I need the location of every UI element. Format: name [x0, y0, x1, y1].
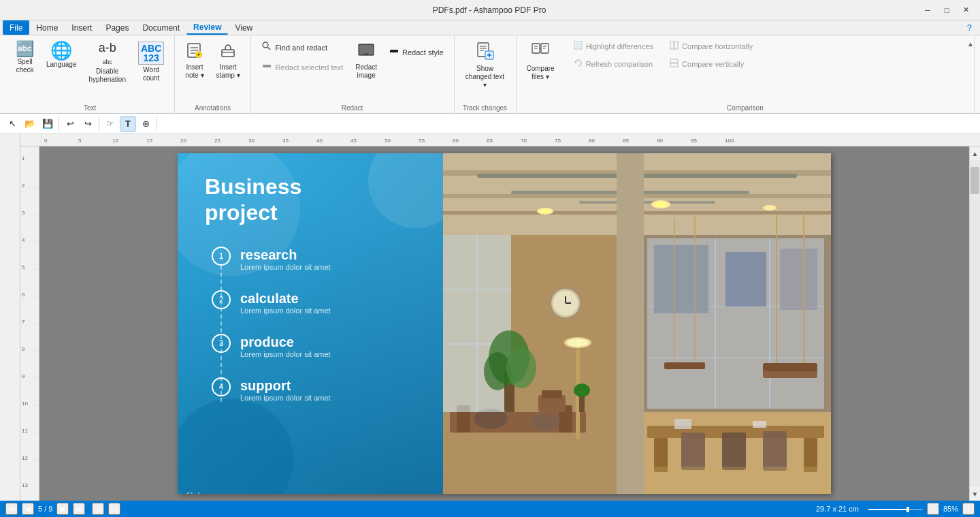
toolbar-separator-1: [59, 117, 59, 131]
menu-insert[interactable]: Insert: [65, 20, 99, 35]
menu-document[interactable]: Document: [135, 20, 186, 35]
step-3-circle: 3: [212, 334, 231, 353]
redact-selected-button[interactable]: Redact selected text: [257, 58, 348, 76]
svg-text:10: 10: [112, 138, 118, 144]
svg-rect-151: [763, 431, 787, 471]
svg-text:55: 55: [419, 138, 425, 144]
svg-rect-10: [263, 65, 271, 67]
doc-scroll-wrapper: 1 2 3 4 5 6 7 8 9 10 11 12 13 14: [20, 146, 980, 501]
text-tool-button[interactable]: T: [120, 116, 136, 132]
redact-selected-icon: [261, 61, 272, 74]
svg-point-124: [567, 339, 589, 347]
blue-panel: Business project 1 research Lorem ipsum …: [178, 153, 443, 494]
find-and-redact-button[interactable]: Find and redact: [257, 38, 348, 57]
svg-text:6: 6: [22, 292, 25, 298]
canvas-area[interactable]: Business project 1 research Lorem ipsum …: [39, 146, 969, 501]
language-label: Language: [46, 61, 77, 69]
save-file-button[interactable]: 💾: [39, 116, 56, 132]
scroll-thumb[interactable]: [970, 167, 979, 194]
svg-text:95: 95: [691, 138, 697, 144]
svg-rect-30: [576, 43, 581, 48]
close-button[interactable]: ✕: [957, 3, 975, 17]
open-file-button[interactable]: 📂: [22, 116, 38, 132]
language-icon: 🌐: [50, 42, 72, 59]
main-area: // ruler ticks rendered below 0 5 10 15 …: [0, 134, 980, 501]
menu-file[interactable]: File: [3, 20, 29, 35]
redact-selected-label: Redact selected text: [276, 63, 344, 72]
insert-note-button[interactable]: + Insertnote ▾: [180, 38, 208, 83]
more-tools-button[interactable]: ⊕: [137, 116, 154, 132]
svg-text:90: 90: [657, 138, 663, 144]
svg-rect-137: [780, 249, 817, 310]
svg-rect-153: [753, 421, 766, 428]
nav-next-button[interactable]: ▶: [56, 503, 69, 515]
svg-text:13: 13: [22, 482, 28, 488]
help-button[interactable]: ?: [962, 22, 977, 33]
nav-prev-button[interactable]: ◀: [22, 503, 34, 515]
compare-h-label: Compare horizontally: [682, 42, 753, 50]
ribbon-redact-label: Redact: [257, 103, 448, 112]
svg-text:2: 2: [22, 183, 25, 189]
compare-files-button[interactable]: Comparefiles ▾: [522, 38, 559, 84]
menu-view[interactable]: View: [228, 20, 259, 35]
svg-text:+: +: [197, 52, 200, 58]
word-count-button[interactable]: ABC123 Wordcount: [133, 38, 169, 86]
svg-rect-14: [390, 50, 398, 52]
ribbon-group-track-changes: Showchanged text ▾ Track changes: [455, 35, 517, 113]
svg-text:60: 60: [453, 138, 459, 144]
show-changed-text-button[interactable]: Showchanged text ▾: [460, 38, 510, 93]
svg-rect-152: [674, 419, 691, 429]
ribbon-group-text: 🔤 Spellcheck 🌐 Language a-babc Disablehy…: [5, 35, 175, 113]
svg-rect-144: [664, 362, 705, 369]
redo-button[interactable]: ↪: [80, 116, 96, 132]
minimize-button[interactable]: ─: [919, 3, 936, 17]
menu-bar: File Home Insert Pages Document Review V…: [0, 20, 980, 35]
insert-stamp-button[interactable]: Insertstamp ▾: [212, 38, 245, 83]
compare-horizontally-button[interactable]: Compare horizontally: [665, 38, 757, 54]
nav-next-section-button[interactable]: ▷: [108, 503, 120, 515]
redact-image-button[interactable]: Redactimage: [350, 38, 382, 83]
select-tool-button[interactable]: ↖: [4, 116, 20, 132]
scroll-up-button[interactable]: ▲: [970, 148, 980, 159]
scroll-track[interactable]: [970, 160, 980, 487]
toolbar-separator-3: [157, 117, 157, 131]
disable-hyphenation-button[interactable]: a-babc Disablehyphenation: [84, 38, 131, 87]
zoom-in-button[interactable]: +: [962, 503, 975, 515]
step-4-desc: Lorem ipsum dolor sit amet: [240, 394, 331, 402]
nav-first-button[interactable]: ⏮: [5, 503, 18, 515]
ribbon-collapse-button[interactable]: ▲: [965, 38, 976, 49]
step-4-title: support: [240, 377, 331, 394]
maximize-button[interactable]: □: [938, 3, 956, 17]
step-1-title: research: [240, 247, 331, 263]
scroll-down-button[interactable]: ▼: [970, 488, 980, 499]
svg-text:10: 10: [22, 401, 28, 407]
svg-text:5: 5: [22, 264, 25, 270]
ribbon-track-items: Showchanged text ▾: [460, 38, 510, 103]
zoom-out-button[interactable]: −: [927, 503, 939, 515]
page-info: 5 / 9: [38, 505, 52, 513]
highlight-differences-button[interactable]: Highlight differences: [569, 38, 658, 54]
nav-prev-section-button[interactable]: ◁: [92, 503, 104, 515]
undo-button[interactable]: ↩: [62, 116, 78, 132]
spell-check-button[interactable]: 🔤 Spellcheck: [11, 38, 39, 78]
compare-vertically-button[interactable]: Compare vertically: [665, 56, 757, 72]
svg-point-101: [763, 205, 777, 210]
step-2-text: calculate Lorem ipsum dolor sit amet: [240, 290, 331, 315]
menu-home[interactable]: Home: [29, 20, 65, 35]
vertical-scrollbar[interactable]: ▲ ▼: [969, 146, 980, 501]
highlight-diff-label: Highlight differences: [586, 42, 653, 50]
nav-last-button[interactable]: ⏭: [73, 503, 85, 515]
insert-note-icon: +: [186, 42, 203, 62]
menu-pages[interactable]: Pages: [99, 20, 135, 35]
refresh-comparison-button[interactable]: Refresh comparison: [569, 56, 658, 72]
pointer-button[interactable]: ☞: [102, 116, 118, 132]
page-content: Business project 1 research Lorem ipsum …: [178, 153, 831, 494]
redact-style-button[interactable]: Redact style: [385, 44, 448, 61]
title-bar: PDFs.pdf - Ashampoo PDF Pro ─ □ ✕: [0, 0, 980, 20]
refresh-icon: [574, 59, 583, 69]
svg-text:12: 12: [22, 455, 28, 461]
svg-text:30: 30: [248, 138, 255, 144]
svg-rect-34: [670, 59, 678, 63]
language-button[interactable]: 🌐 Language: [42, 38, 82, 72]
menu-review[interactable]: Review: [186, 20, 228, 35]
